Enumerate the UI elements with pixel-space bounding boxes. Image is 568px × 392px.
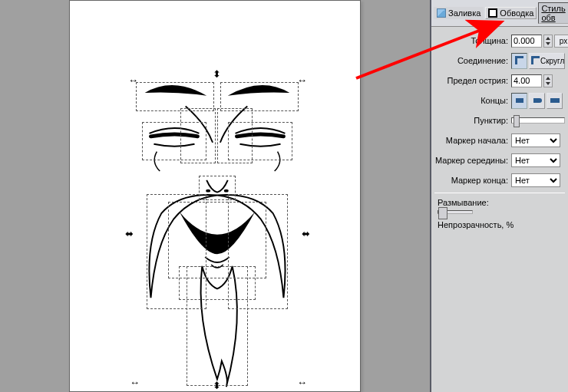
cap-butt-button[interactable] bbox=[511, 93, 527, 109]
tab-stroke-label: Обводка bbox=[500, 8, 533, 18]
dash-offset-slider[interactable] bbox=[511, 117, 565, 124]
scale-handle-n[interactable]: ⬍ bbox=[213, 71, 220, 79]
scale-handle-sw[interactable]: ↔ bbox=[130, 380, 137, 387]
label-caps: Концы: bbox=[434, 96, 511, 105]
join-round-button[interactable]: Скругл bbox=[529, 53, 565, 69]
scale-handle-nw[interactable]: ↔ bbox=[128, 77, 136, 85]
tab-stroke-paint[interactable]: Обводка bbox=[485, 7, 537, 19]
marker-start-select[interactable]: Нет bbox=[511, 133, 560, 147]
selection-box bbox=[220, 82, 299, 111]
cap-square-button[interactable] bbox=[547, 93, 563, 109]
canvas-page[interactable]: ↔ ⬍ ↔ ⬌ ⬌ ↔ ⬍ ↔ bbox=[69, 0, 361, 392]
canvas-viewport[interactable]: ↔ ⬍ ↔ ⬌ ⬌ ↔ ⬍ ↔ bbox=[0, 0, 430, 392]
fill-stroke-panel: Заливка Обводка Стиль обв Толщина: px bbox=[430, 0, 568, 392]
join-round-label: Скругл bbox=[540, 57, 564, 65]
marker-end-select[interactable]: Нет bbox=[511, 173, 560, 187]
svg-rect-2 bbox=[516, 98, 523, 103]
tab-fill[interactable]: Заливка bbox=[434, 7, 484, 19]
label-blur: Размывание: bbox=[434, 196, 565, 209]
label-miter: Предел острия: bbox=[434, 76, 511, 85]
tab-fill-label: Заливка bbox=[448, 8, 480, 18]
stroke-swatch-icon bbox=[488, 8, 497, 18]
blur-slider[interactable] bbox=[438, 210, 473, 214]
scale-handle-e[interactable]: ⬌ bbox=[302, 231, 309, 239]
miter-limit-spinner[interactable] bbox=[543, 74, 553, 87]
svg-rect-5 bbox=[550, 98, 560, 103]
stroke-width-unit[interactable]: px bbox=[554, 35, 568, 48]
label-stroke-width: Толщина: bbox=[434, 36, 511, 45]
selection-box bbox=[187, 266, 248, 386]
scale-handle-w[interactable]: ⬌ bbox=[125, 231, 133, 239]
selection-box bbox=[217, 108, 253, 163]
svg-point-4 bbox=[537, 98, 542, 103]
label-marker-mid: Маркер середины: bbox=[434, 156, 511, 165]
scale-handle-se[interactable]: ↔ bbox=[297, 380, 305, 387]
label-join: Соединение: bbox=[434, 56, 511, 65]
fill-swatch-icon bbox=[437, 8, 446, 18]
label-dash: Пунктир: bbox=[434, 116, 511, 125]
stroke-width-input[interactable] bbox=[511, 35, 542, 48]
miter-limit-input[interactable] bbox=[511, 74, 542, 87]
marker-mid-select[interactable]: Нет bbox=[511, 153, 560, 167]
tab-stroke-style[interactable]: Стиль обв bbox=[538, 2, 568, 24]
scale-handle-s[interactable]: ⬍ bbox=[213, 383, 220, 390]
scale-handle-ne[interactable]: ↔ bbox=[297, 77, 305, 85]
label-marker-end: Маркер конца: bbox=[434, 176, 511, 185]
selection-box bbox=[136, 82, 214, 111]
selection-box bbox=[180, 108, 216, 163]
join-miter-button[interactable] bbox=[511, 53, 527, 69]
tab-style-label: Стиль обв bbox=[541, 4, 565, 22]
cap-round-button[interactable] bbox=[529, 93, 545, 109]
label-marker-start: Маркер начала: bbox=[434, 136, 511, 145]
label-opacity: Непрозрачность, % bbox=[434, 219, 565, 231]
stroke-width-spinner[interactable] bbox=[543, 35, 553, 48]
